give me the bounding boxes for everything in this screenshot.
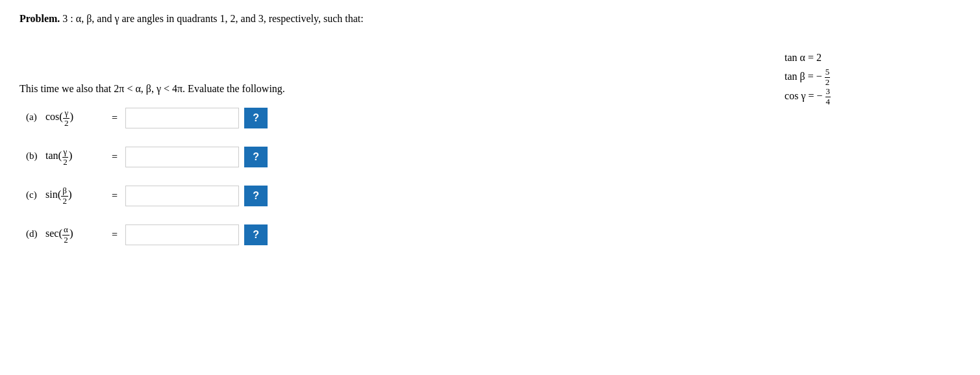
hint-button-b[interactable]: ? bbox=[244, 147, 268, 167]
fraction-b: γ2 bbox=[62, 147, 69, 167]
fraction-num-c: β bbox=[61, 186, 68, 196]
cos-gamma-numerator: 3 bbox=[825, 87, 831, 97]
cos-gamma-line: cos γ = − 3 4 bbox=[785, 87, 831, 106]
fraction-d: α2 bbox=[62, 225, 69, 245]
part-a: (a) cos(γ2) = ? bbox=[26, 108, 961, 128]
tan-beta-line: tan β = − 5 2 bbox=[785, 67, 831, 87]
hint-button-a[interactable]: ? bbox=[244, 108, 268, 128]
fraction-num-d: α bbox=[62, 225, 69, 235]
math-expr-a: cos(γ2) bbox=[45, 108, 104, 128]
fraction-num-a: γ bbox=[63, 108, 69, 118]
part-b: (b) tan(γ2) = ? bbox=[26, 147, 961, 167]
tan-beta-numerator: 5 bbox=[825, 67, 831, 77]
hint-button-d[interactable]: ? bbox=[244, 224, 268, 245]
part-c: (c) sin(β2) = ? bbox=[26, 186, 961, 206]
tan-alpha-line: tan α = 2 bbox=[785, 49, 831, 67]
fraction-a: γ2 bbox=[63, 108, 70, 128]
tan-beta-fraction: 5 2 bbox=[825, 67, 831, 87]
page-wrapper: Problem. 3 : α, β, and γ are angles in q… bbox=[19, 13, 961, 245]
math-expr-c: sin(β2) bbox=[45, 186, 104, 206]
answer-input-b[interactable] bbox=[125, 147, 239, 167]
part-label-d: (d) bbox=[26, 224, 45, 239]
equals-d: = bbox=[112, 229, 118, 241]
part-d: (d) sec(α2) = ? bbox=[26, 224, 961, 245]
fraction-den-d: 2 bbox=[62, 236, 69, 245]
fraction-den-c: 2 bbox=[61, 197, 68, 206]
equals-c: = bbox=[112, 190, 118, 202]
hint-button-c[interactable]: ? bbox=[244, 186, 268, 206]
fraction-den-a: 2 bbox=[63, 119, 70, 128]
conditions-block: tan α = 2 tan β = − 5 2 cos γ = − 3 4 bbox=[785, 49, 831, 106]
parts-list: (a) cos(γ2) = ? (b) tan(γ2) = ? (c) sin(… bbox=[26, 108, 961, 245]
fraction-den-b: 2 bbox=[62, 158, 69, 167]
problem-statement: Problem. 3 : α, β, and γ are angles in q… bbox=[19, 13, 539, 25]
math-expr-d: sec(α2) bbox=[45, 225, 104, 245]
cos-gamma-fraction: 3 4 bbox=[825, 87, 831, 106]
part-label-c: (c) bbox=[26, 186, 45, 200]
part-content-a: cos(γ2) = ? bbox=[45, 108, 268, 128]
part-label-a: (a) bbox=[26, 108, 45, 123]
math-expr-b: tan(γ2) bbox=[45, 147, 104, 167]
answer-input-a[interactable] bbox=[125, 108, 239, 128]
tan-beta-denominator: 2 bbox=[825, 78, 830, 87]
tan-beta-label: tan β = − bbox=[785, 71, 822, 82]
part-label-b: (b) bbox=[26, 147, 45, 162]
equals-a: = bbox=[112, 112, 118, 124]
fraction-c: β2 bbox=[61, 186, 68, 206]
cos-gamma-label: cos γ = − bbox=[785, 90, 822, 101]
answer-input-c[interactable] bbox=[125, 186, 239, 206]
subtitle: This time we also that 2π < α, β, γ < 4π… bbox=[19, 83, 539, 95]
fraction-num-b: γ bbox=[62, 147, 69, 157]
cos-gamma-denominator: 4 bbox=[826, 97, 831, 106]
answer-input-d[interactable] bbox=[125, 224, 239, 245]
part-content-b: tan(γ2) = ? bbox=[45, 147, 268, 167]
equals-b: = bbox=[112, 151, 118, 163]
part-content-c: sin(β2) = ? bbox=[45, 186, 268, 206]
problem-text: 3 : α, β, and γ are angles in quadrants … bbox=[62, 13, 363, 24]
problem-label: Problem. bbox=[19, 13, 60, 24]
tan-alpha-text: tan α = 2 bbox=[785, 52, 822, 63]
part-content-d: sec(α2) = ? bbox=[45, 224, 268, 245]
